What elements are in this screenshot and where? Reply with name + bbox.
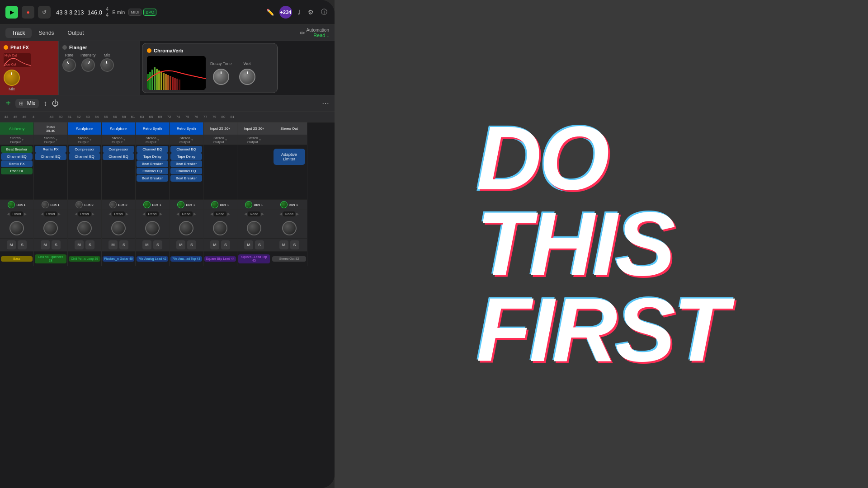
fader-knob-7[interactable] [213, 221, 227, 235]
trackname-pill-2[interactable]: Chill Vo...quences 38 [35, 254, 66, 264]
plugin-beat-breaker-5b[interactable]: Beat Breaker [137, 175, 168, 182]
tuner-button[interactable]: +234 [279, 6, 292, 19]
mute-button-3[interactable]: M [75, 240, 84, 249]
plugin-beat-breaker-1[interactable]: Beat Breaker [1, 146, 33, 153]
bus-knob-5[interactable] [143, 201, 151, 208]
adaptive-limiter-plugin[interactable]: AdaptiveLimiter [274, 149, 305, 165]
trackname-pill-8[interactable]: Square...Lead Top 45 [238, 254, 270, 264]
bus-8[interactable]: Bus 1 [237, 199, 271, 210]
plugin-tape-delay-2[interactable]: Tape Delay [170, 153, 202, 160]
tab-sends[interactable]: Sends [33, 28, 61, 38]
routing-icon[interactable]: ↕ [43, 99, 47, 108]
power-icon[interactable]: ⏻ [52, 99, 59, 108]
solo-button-9[interactable]: S [290, 240, 299, 249]
read-label-9[interactable]: Read [283, 211, 295, 216]
solo-button-6[interactable]: S [187, 240, 196, 249]
plugin-channel-eq-1[interactable]: Channel EQ [1, 153, 33, 160]
output-stereo-4[interactable]: StereoOutput ▾ [102, 135, 135, 145]
mix-label[interactable]: Mix [27, 100, 36, 107]
pencil-icon[interactable]: ✏️ [264, 7, 276, 18]
trackname-pill-4[interactable]: Plucked_n Guitar 40 [103, 256, 134, 262]
bus-knob-9[interactable] [280, 201, 288, 208]
bus-3[interactable]: Bus 2 [68, 199, 101, 210]
phat-mix-knob[interactable] [4, 70, 20, 86]
output-stereo-5[interactable]: StereoOutput ▾ [136, 135, 169, 145]
bus-knob-6[interactable] [177, 201, 184, 208]
plugin-beat-breaker-6a[interactable]: Beat Breaker [170, 160, 202, 167]
flanger-rate-knob[interactable] [60, 56, 79, 75]
bus-1[interactable]: Bus 1 [0, 199, 33, 210]
output-stereo-8[interactable]: StereoOutput ▾ [237, 135, 271, 145]
bus-4[interactable]: Bus 2 [102, 199, 135, 210]
plugin-compressor-2[interactable]: Compressor [103, 146, 134, 153]
fader-knob-9[interactable] [282, 221, 297, 235]
trackname-pill-9[interactable]: Stereo Out 82 [272, 256, 306, 262]
output-stereo-2[interactable]: StereoOutput ▾ [34, 135, 67, 145]
mute-button-5[interactable]: M [142, 240, 151, 249]
instrument-input-39-40[interactable]: Input39-40 [34, 122, 67, 135]
solo-button-2[interactable]: S [52, 240, 61, 249]
plugin-compressor-1[interactable]: Compressor [69, 146, 100, 153]
solo-button-7[interactable]: S [221, 240, 230, 249]
instrument-sculpture-2[interactable]: Sculpture [102, 122, 135, 135]
chromaverb-panel[interactable]: ChromaVerb [142, 43, 278, 93]
plugin-channel-eq-6b[interactable]: Channel EQ [170, 168, 202, 174]
settings-icon[interactable]: ⚙ [306, 7, 316, 18]
fader-knob-5[interactable] [145, 221, 160, 235]
output-stereo-6[interactable]: StereoOutput ▾ [170, 135, 203, 145]
trackname-pill-1[interactable]: Bass [1, 256, 33, 262]
plugin-channel-eq-6[interactable]: Channel EQ [170, 146, 202, 153]
add-track-button[interactable]: + [5, 98, 11, 108]
tab-track[interactable]: Track [5, 28, 32, 38]
read-label-8[interactable]: Read [248, 211, 260, 216]
output-stereo-3[interactable]: StereoOutput ▾ [68, 135, 101, 145]
flanger-intensity-knob[interactable] [80, 56, 97, 74]
decay-time-knob[interactable] [213, 69, 229, 85]
trackname-pill-6[interactable]: 70s Ana...ad Top 43 [170, 256, 202, 262]
read-label-5[interactable]: Read [146, 211, 158, 216]
tab-output[interactable]: Output [61, 28, 90, 38]
plugin-beat-breaker-6b[interactable]: Beat Breaker [170, 175, 202, 182]
instrument-input-25-26-2[interactable]: Input 25-26 ▾ [237, 122, 271, 135]
mute-button-1[interactable]: M [7, 240, 16, 249]
wet-knob[interactable] [239, 69, 255, 85]
plugin-tape-delay-1[interactable]: Tape Delay [137, 153, 168, 160]
plugin-channel-eq-3[interactable]: Channel EQ [69, 153, 100, 160]
read-label-7[interactable]: Read [214, 211, 226, 216]
plugin-channel-eq-2[interactable]: Channel EQ [35, 153, 66, 160]
flanger-panel[interactable]: Flanger Rate Intensity Mix [59, 41, 140, 95]
trackname-pill-3[interactable]: Chill Yo...s Loop 39 [69, 256, 100, 262]
flanger-mix-knob[interactable] [99, 57, 115, 73]
solo-button-8[interactable]: S [255, 240, 264, 249]
mute-button-6[interactable]: M [176, 240, 185, 249]
bus-6[interactable]: Bus 1 [170, 199, 203, 210]
output-stereo-7[interactable]: StereoOutput ▾ [203, 135, 237, 145]
trackname-pill-5[interactable]: 70s Analog Lead 42 [137, 256, 168, 262]
instrument-stereo-out[interactable]: Stereo Out [271, 122, 307, 135]
play-button[interactable]: ▶ [5, 6, 18, 19]
instrument-alchemy[interactable]: Alchemy [0, 122, 33, 135]
read-label-4[interactable]: Read [112, 211, 124, 216]
bus-knob-3[interactable] [75, 200, 84, 209]
phat-fx-panel[interactable]: Phat FX High Cut Low Cut Mix [0, 41, 59, 95]
instrument-input-25-26-1[interactable]: Input 25-26 ▾ [203, 122, 237, 135]
trackname-pill-7[interactable]: Square Blip Lead 44 [204, 256, 236, 262]
fader-knob-2[interactable] [43, 221, 58, 235]
instrument-retro-synth-2[interactable]: Retro Synth [170, 122, 203, 135]
read-label-3[interactable]: Read [78, 211, 90, 216]
fader-knob-3[interactable] [77, 221, 92, 235]
plugin-phat-fx-1[interactable]: Phat FX [1, 168, 33, 174]
fader-knob-1[interactable] [9, 221, 24, 235]
bus-9[interactable]: Bus 1 [271, 199, 307, 210]
read-label-6[interactable]: Read [180, 211, 192, 216]
bus-knob-7[interactable] [211, 201, 218, 208]
mute-button-4[interactable]: M [108, 240, 118, 249]
instrument-sculpture-1[interactable]: Sculpture [68, 122, 101, 135]
bus-5[interactable]: Bus 1 [136, 199, 169, 210]
read-label-1[interactable]: Read [10, 211, 23, 216]
metronome-icon[interactable]: ♩ [296, 7, 302, 18]
fader-knob-8[interactable] [247, 221, 261, 235]
solo-button-5[interactable]: S [153, 240, 162, 249]
fader-knob-4[interactable] [111, 221, 126, 235]
plugin-channel-eq-5[interactable]: Channel EQ [137, 146, 168, 153]
